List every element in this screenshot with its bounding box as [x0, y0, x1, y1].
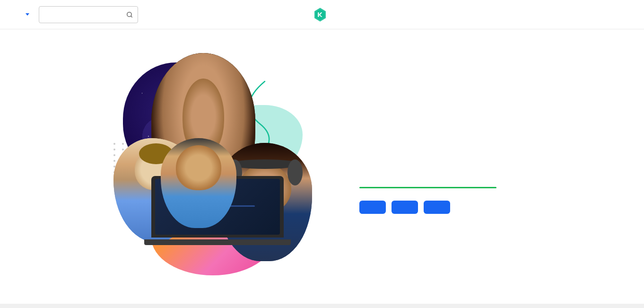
hero-collage: const dotsContainer = document.querySele… [57, 48, 331, 285]
courses-button[interactable] [19, 10, 33, 18]
chevron-down-icon [26, 13, 29, 16]
footer-gray-bar [0, 304, 644, 308]
laptop-base [144, 239, 291, 245]
student-laptop-image [161, 138, 236, 228]
search-icon [126, 10, 133, 19]
parents-button[interactable] [424, 201, 450, 214]
header-left [19, 6, 138, 23]
svg-line-1 [131, 16, 132, 17]
search-box [39, 6, 138, 23]
hero-title [359, 129, 606, 185]
search-input[interactable] [44, 10, 124, 18]
learners-button[interactable] [359, 201, 386, 214]
hero-section: const dotsContainer = document.querySele… [0, 29, 644, 304]
teachers-button[interactable] [392, 201, 418, 214]
hero-content [331, 119, 606, 214]
main-header [0, 0, 644, 29]
cta-buttons-group [359, 201, 606, 214]
khan-academy-logo-icon [313, 7, 328, 22]
header-center [313, 7, 331, 22]
